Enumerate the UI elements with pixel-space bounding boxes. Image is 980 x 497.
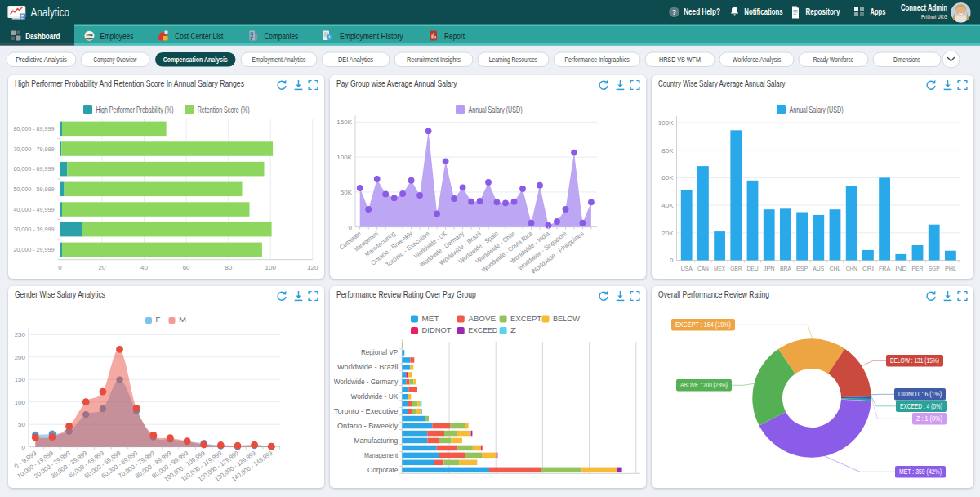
svg-text:Employment History: Employment History (340, 31, 403, 41)
svg-text:Manufacturing: Manufacturing (354, 437, 399, 445)
svg-text:Companies: Companies (264, 31, 298, 41)
svg-text:Notifications: Notifications (744, 7, 783, 16)
svg-text:120: 120 (307, 264, 318, 271)
svg-text:Employees: Employees (100, 31, 134, 41)
svg-text:DEI Analytics: DEI Analytics (338, 56, 373, 64)
svg-text:Gender Wise Salary Analytics: Gender Wise Salary Analytics (15, 290, 105, 299)
svg-text:USA: USA (681, 265, 693, 272)
svg-text:20K: 20K (662, 230, 674, 237)
svg-text:60,000 - 69,999: 60,000 - 69,999 (13, 165, 54, 172)
svg-text:100: 100 (15, 399, 26, 406)
svg-text:Toronto - Executive: Toronto - Executive (334, 407, 399, 415)
svg-text:EXCEED : 4 (0%): EXCEED : 4 (0%) (900, 402, 942, 410)
svg-text:Worldwide - Brazil: Worldwide - Brazil (337, 363, 398, 371)
svg-text:60: 60 (183, 264, 190, 271)
svg-text:Prithwi UKG: Prithwi UKG (921, 13, 947, 20)
svg-text:0: 0 (349, 224, 353, 231)
svg-text:?: ? (672, 7, 677, 16)
svg-text:150: 150 (15, 376, 26, 383)
svg-text:100K: 100K (336, 154, 352, 161)
svg-text:Z : 1 (0%): Z : 1 (0%) (916, 414, 942, 423)
svg-text:ESP: ESP (796, 265, 808, 272)
svg-text:30,000 - 39,999: 30,000 - 39,999 (13, 226, 54, 233)
svg-text:Learning Resources: Learning Resources (489, 56, 538, 64)
svg-text:CRI: CRI (862, 265, 874, 272)
svg-text:100K: 100K (658, 119, 674, 127)
svg-text:Dashboard: Dashboard (25, 31, 60, 41)
svg-text:Apps: Apps (871, 7, 886, 16)
svg-text:BRA: BRA (780, 265, 792, 272)
svg-text:Performance Review Rating Over: Performance Review Rating Over Pay Group (336, 290, 476, 299)
svg-text:MEX: MEX (714, 265, 726, 272)
svg-text:80K: 80K (662, 147, 674, 154)
svg-text:ABOVE: ABOVE (468, 315, 496, 323)
svg-text:SGP: SGP (929, 265, 940, 272)
svg-text:Report: Report (444, 31, 465, 41)
svg-text:250: 250 (15, 331, 26, 338)
svg-text:DIDNOT: DIDNOT (422, 326, 452, 334)
svg-text:F: F (156, 316, 162, 324)
svg-text:Compensation Analysis: Compensation Analysis (163, 56, 228, 64)
svg-text:50: 50 (18, 421, 25, 428)
svg-text:PHL: PHL (945, 265, 956, 272)
svg-text:EXCEPT: EXCEPT (510, 315, 542, 323)
svg-text:High Performer Probability And: High Performer Probability And Retention… (15, 79, 244, 88)
svg-text:100: 100 (265, 264, 277, 271)
svg-text:0: 0 (22, 444, 26, 451)
svg-text:Retention Score (%): Retention Score (%) (198, 105, 250, 114)
svg-text:EXCEPT : 164 (19%): EXCEPT : 164 (19%) (675, 320, 731, 329)
svg-text:Ontario - Biweekly: Ontario - Biweekly (337, 422, 399, 430)
svg-text:40,000 - 49,999: 40,000 - 49,999 (13, 206, 54, 213)
svg-text:CHL: CHL (830, 265, 841, 272)
svg-text:Annual Salary (USD): Annual Salary (USD) (790, 105, 844, 114)
svg-text:0: 0 (58, 264, 62, 271)
svg-text:Cost Center List: Cost Center List (175, 31, 223, 41)
svg-text:150K: 150K (336, 119, 352, 126)
svg-text:Analytico: Analytico (31, 6, 70, 19)
svg-text:200: 200 (15, 354, 26, 361)
svg-text:FRA: FRA (879, 265, 891, 272)
svg-text:GBR: GBR (730, 265, 742, 272)
svg-text:Need Help?: Need Help? (684, 7, 720, 16)
svg-text:M: M (179, 316, 186, 324)
svg-text:MET: MET (422, 315, 440, 323)
svg-text:CHN: CHN (846, 265, 858, 272)
svg-text:Worldwide - Germany: Worldwide - Germany (334, 378, 399, 386)
svg-text:Corporate: Corporate (368, 466, 398, 474)
svg-text:DIDNOT : 6 (1%): DIDNOT : 6 (1%) (898, 390, 942, 398)
svg-text:50,000 - 59,999: 50,000 - 59,999 (13, 186, 54, 193)
svg-text:Repository: Repository (805, 7, 840, 16)
svg-text:50K: 50K (341, 189, 353, 196)
svg-text:HRSD VS WFM: HRSD VS WFM (659, 56, 701, 64)
svg-text:IND: IND (895, 265, 906, 272)
svg-text:Country Wise Salary Average An: Country Wise Salary Average Annual Salar… (658, 79, 785, 88)
svg-text:Z: Z (510, 326, 517, 334)
svg-text:Performance Infographics: Performance Infographics (564, 56, 630, 64)
svg-text:AUS: AUS (813, 265, 824, 272)
svg-text:Connect Admin: Connect Admin (901, 2, 947, 12)
svg-text:20,000 - 29,999: 20,000 - 29,999 (13, 246, 54, 253)
svg-text:Overall Performance Review Rat: Overall Performance Review Rating (658, 290, 769, 299)
svg-text:Dimensions: Dimensions (893, 56, 920, 64)
svg-text:Management: Management (364, 451, 399, 459)
svg-text:80,000 - 89,999: 80,000 - 89,999 (13, 125, 54, 132)
svg-text:EXCEED: EXCEED (468, 326, 497, 334)
svg-text:0: 0 (670, 257, 674, 264)
svg-text:40K: 40K (662, 202, 674, 209)
svg-text:ABOVE : 200 (23%): ABOVE : 200 (23%) (680, 381, 728, 389)
svg-text:MET : 359 (42%): MET : 359 (42%) (899, 468, 942, 476)
svg-text:60K: 60K (662, 174, 674, 181)
svg-text:DEU: DEU (747, 265, 759, 272)
svg-text:BELOW : 131 (15%): BELOW : 131 (15%) (890, 356, 939, 365)
svg-text:Ready Workforce: Ready Workforce (813, 56, 854, 64)
svg-text:80: 80 (225, 264, 232, 271)
svg-text:PER: PER (912, 265, 924, 272)
svg-text:Recruitment Insights: Recruitment Insights (407, 56, 461, 64)
svg-text:JPN: JPN (764, 265, 775, 272)
svg-text:Company Overview: Company Overview (94, 56, 137, 64)
svg-text:Pay Group wise Average Annual: Pay Group wise Average Annual Salary (336, 79, 457, 88)
svg-text:Annual Salary (USD): Annual Salary (USD) (469, 105, 523, 114)
svg-text:CAN: CAN (697, 265, 709, 272)
svg-text:BELOW: BELOW (553, 315, 581, 323)
svg-text:40: 40 (140, 264, 148, 271)
